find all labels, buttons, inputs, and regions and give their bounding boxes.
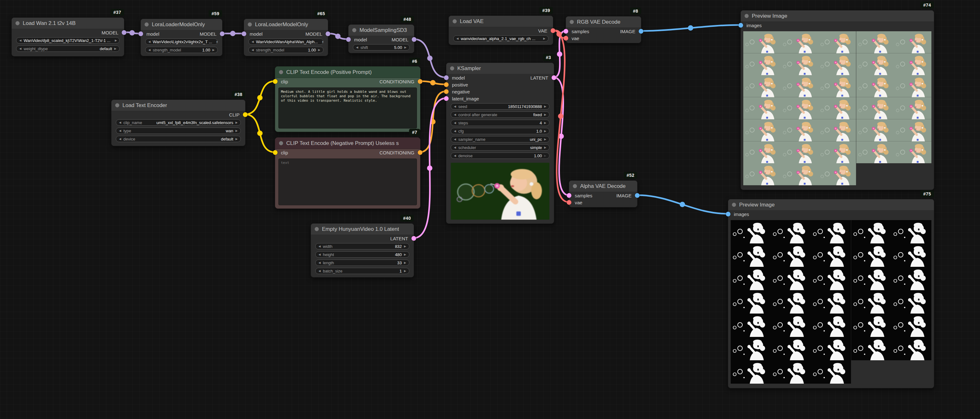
node-header[interactable]: ModelSamplingSD3: [348, 25, 414, 36]
decrement-arrow[interactable]: ◀: [454, 146, 456, 149]
widget-strength-model[interactable]: ◀strength_model1.00▶: [145, 47, 218, 53]
link-midpoint[interactable]: [430, 80, 436, 86]
link-midpoint[interactable]: [257, 95, 262, 100]
collapse-dot[interactable]: [248, 22, 252, 27]
collapse-dot[interactable]: [352, 28, 356, 32]
collapse-dot[interactable]: [16, 21, 19, 25]
link-midpoint[interactable]: [557, 51, 562, 57]
node-header[interactable]: LoraLoaderModelOnly: [141, 19, 222, 30]
increment-arrow[interactable]: ▶: [544, 138, 546, 141]
widget-type[interactable]: ◀typewan▶: [116, 127, 241, 134]
decrement-arrow[interactable]: ◀: [454, 105, 456, 108]
decrement-arrow[interactable]: ◀: [356, 46, 358, 49]
link-midpoint[interactable]: [558, 114, 563, 119]
node-empty-hunyuanvideo-1-0-latent[interactable]: #40Empty HunyuanVideo 1.0 LatentLATENT◀w…: [310, 223, 414, 277]
node-load-wan-2-1-t2v-14b[interactable]: #37Load Wan 2.1 t2v 14BMODEL◀WanVideo\fp…: [11, 18, 124, 57]
link-midpoint[interactable]: [257, 131, 262, 136]
node-load-vae[interactable]: #39Load VAEVAE◀wanvideo\wan_alpha_2.1_va…: [449, 16, 553, 45]
output-slot-latent[interactable]: [412, 236, 416, 241]
widget-denoise[interactable]: ◀denoise1.00▶: [451, 153, 549, 159]
increment-arrow[interactable]: ▶: [235, 129, 238, 132]
link-midpoint[interactable]: [688, 25, 694, 30]
output-slot-clip[interactable]: [243, 112, 248, 117]
widget-device[interactable]: ◀devicedefault▶: [116, 136, 241, 142]
input-slot-clip[interactable]: [273, 79, 278, 84]
input-slot-samples[interactable]: [567, 193, 571, 198]
output-slot-conditioning[interactable]: [418, 79, 423, 84]
input-slot-samples[interactable]: [564, 29, 568, 34]
prompt-textarea[interactable]: [278, 159, 417, 205]
node-header[interactable]: Load Text Encoder: [111, 100, 245, 111]
output-slot-image[interactable]: [635, 193, 640, 198]
output-slot-model[interactable]: [220, 32, 225, 36]
collapse-dot[interactable]: [279, 141, 283, 145]
link-midpoint[interactable]: [557, 32, 562, 37]
link-midpoint[interactable]: [430, 119, 436, 124]
decrement-arrow[interactable]: ◀: [251, 40, 254, 43]
output-slot-conditioning[interactable]: [418, 150, 423, 155]
decrement-arrow[interactable]: ◀: [251, 49, 254, 51]
widget-batch-size[interactable]: ◀batch_size1▶: [315, 268, 409, 274]
node-preview-image[interactable]: #75Preview Imageimages: [728, 199, 934, 389]
input-slot-images[interactable]: [738, 23, 743, 28]
node-header[interactable]: Load VAE: [449, 16, 553, 27]
link-midpoint[interactable]: [335, 34, 340, 39]
collapse-dot[interactable]: [315, 227, 319, 231]
widget-cfg[interactable]: ◀cfg1.0▶: [451, 128, 549, 134]
collapse-dot[interactable]: [453, 19, 457, 23]
input-slot-positive[interactable]: [444, 83, 449, 87]
decrement-arrow[interactable]: ◀: [454, 130, 456, 132]
collapse-dot[interactable]: [570, 20, 574, 24]
node-alpha-vae-decode[interactable]: #52Alpha VAE DecodesamplesIMAGEvae: [569, 180, 638, 207]
output-slot-model[interactable]: [326, 32, 331, 36]
input-slot-model[interactable]: [242, 32, 247, 36]
widget-weight-dtype[interactable]: ◀weight_dtypedefault▶: [16, 45, 119, 52]
widget-sampler-name[interactable]: ◀sampler_nameuni_pc▶: [451, 136, 549, 142]
decrement-arrow[interactable]: ◀: [454, 113, 456, 116]
input-slot-negative[interactable]: [444, 89, 449, 94]
node-load-text-encoder[interactable]: #38Load Text EncoderCLIP◀clip_nameumt5_x…: [111, 99, 245, 146]
increment-arrow[interactable]: ▶: [544, 130, 546, 132]
collapse-dot[interactable]: [732, 203, 736, 207]
node-preview-image[interactable]: #74Preview Imageimages: [740, 10, 934, 190]
node-clip-text-encode-negative-prompt-useless-s[interactable]: #7CLIP Text Encode (Negative Prompt) Use…: [275, 137, 420, 209]
decrement-arrow[interactable]: ◀: [457, 37, 458, 40]
decrement-arrow[interactable]: ◀: [454, 155, 456, 157]
increment-arrow[interactable]: ▶: [216, 40, 218, 43]
increment-arrow[interactable]: ▶: [404, 270, 406, 272]
input-slot-model[interactable]: [346, 37, 351, 42]
node-ksampler[interactable]: #3KSamplermodelLATENTpositivenegativelat…: [446, 62, 554, 224]
link-midpoint[interactable]: [558, 134, 564, 139]
decrement-arrow[interactable]: ◀: [19, 39, 21, 42]
prompt-textarea[interactable]: Medium shot. A little girl holds a bubbl…: [278, 88, 417, 129]
increment-arrow[interactable]: ▶: [544, 121, 546, 124]
increment-arrow[interactable]: ▶: [114, 47, 116, 50]
node-header[interactable]: KSampler: [446, 63, 554, 74]
node-header[interactable]: Alpha VAE Decode: [569, 181, 637, 192]
increment-arrow[interactable]: ▶: [543, 37, 546, 40]
increment-arrow[interactable]: ▶: [544, 105, 546, 108]
output-slot-model[interactable]: [122, 30, 127, 35]
input-slot-latent-image[interactable]: [444, 96, 449, 101]
output-slot-vae[interactable]: [551, 29, 555, 33]
node-loraloadermodelonly[interactable]: #65LoraLoaderModelOnlymodelMODEL◀WanVide…: [243, 19, 328, 56]
widget-shift[interactable]: ◀shift5.00▶: [353, 44, 410, 51]
link-midpoint[interactable]: [230, 31, 235, 36]
increment-arrow[interactable]: ▶: [318, 49, 320, 51]
node-header[interactable]: CLIP Text Encode (Positive Prompt): [275, 67, 420, 78]
increment-arrow[interactable]: ▶: [544, 113, 546, 116]
input-slot-vae[interactable]: [564, 36, 568, 41]
node-rgb-vae-decode[interactable]: #8RGB VAE DecodesamplesIMAGEvae: [566, 16, 641, 43]
link-midpoint[interactable]: [680, 202, 685, 207]
node-clip-text-encode-positive-prompt[interactable]: #6CLIP Text Encode (Positive Prompt)clip…: [275, 66, 420, 132]
increment-arrow[interactable]: ▶: [544, 146, 546, 149]
node-header[interactable]: Load Wan 2.1 t2v 14B: [12, 18, 124, 29]
increment-arrow[interactable]: ▶: [212, 49, 215, 51]
node-header[interactable]: RGB VAE Decode: [566, 16, 641, 28]
increment-arrow[interactable]: ▶: [404, 46, 407, 49]
collapse-dot[interactable]: [279, 70, 283, 74]
widget-height[interactable]: ◀height480▶: [315, 251, 409, 258]
node-header[interactable]: Preview Image: [728, 199, 934, 210]
decrement-arrow[interactable]: ◀: [318, 253, 321, 256]
widget-clip-name[interactable]: ◀clip_nameumt5_xxl_fp8_e4m3fn_scaled.saf…: [116, 119, 241, 126]
